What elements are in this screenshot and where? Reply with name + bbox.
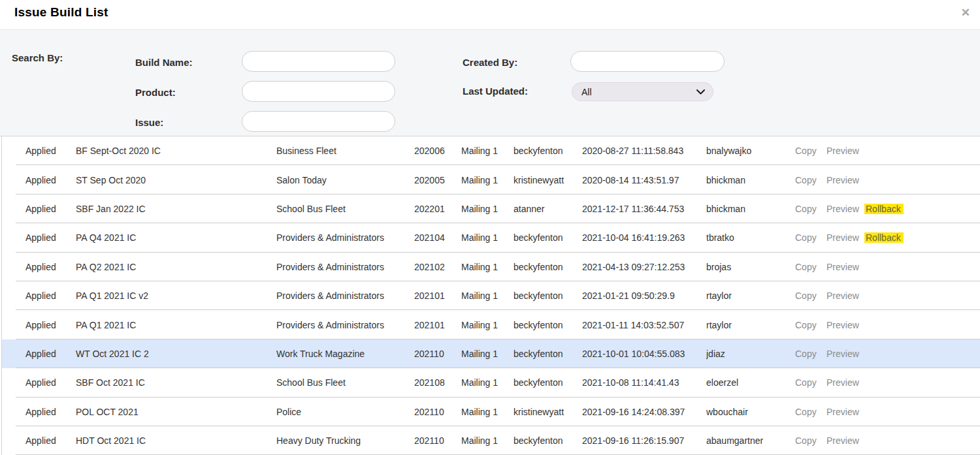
table-row[interactable]: Applied PA Q2 2021 IC Providers & Admini… (2, 253, 980, 281)
table-row[interactable]: Applied SBF Oct 2021 IC School Bus Fleet… (2, 368, 980, 397)
product-cell: Providers & Administrators (276, 232, 414, 243)
build-name-cell: PA Q1 2021 IC v2 (76, 290, 276, 301)
preview-action[interactable]: Preview (826, 262, 864, 272)
updated-by-cell: abaumgartner (706, 435, 795, 446)
created-by-cell: beckyfenton (514, 435, 582, 446)
preview-action[interactable]: Preview (826, 320, 864, 330)
copy-action[interactable]: Copy (795, 290, 826, 301)
created-by-cell: beckyfenton (514, 262, 582, 272)
preview-action[interactable]: Preview (826, 407, 864, 417)
last-updated-cell: 2021-01-11 14:03:52.507 (582, 320, 706, 330)
build-name-input[interactable] (242, 51, 395, 72)
table-row[interactable]: Applied BF Sept-Oct 2020 IC Business Fle… (2, 136, 980, 165)
created-by-cell: atanner (514, 204, 582, 214)
updated-by-cell: rtaylor (706, 290, 795, 301)
copy-action[interactable]: Copy (795, 204, 826, 214)
product-cell: School Bus Fleet (276, 377, 414, 388)
created-by-cell: kristinewyatt (514, 407, 582, 417)
copy-action[interactable]: Copy (795, 349, 826, 359)
product-cell: Heavy Duty Trucking (276, 435, 414, 446)
created-by-cell: beckyfenton (514, 290, 582, 301)
copy-action[interactable]: Copy (795, 320, 826, 330)
last-updated-label: Last Updated: (463, 86, 528, 97)
copy-action[interactable]: Copy (795, 377, 826, 388)
build-name-cell: SBF Oct 2021 IC (76, 377, 276, 388)
status-cell: Applied (2, 290, 76, 301)
product-cell: Business Fleet (276, 146, 414, 156)
copy-action[interactable]: Copy (795, 175, 826, 185)
build-name-cell: PA Q2 2021 IC (76, 262, 276, 272)
search-panel: Search By: Build Name: Product: Issue: C… (0, 30, 980, 136)
status-cell: Applied (2, 349, 76, 359)
table-row[interactable]: Applied SBF Jan 2022 IC School Bus Fleet… (2, 195, 980, 223)
issue-build-list-dialog: Issue Build List ✕ Search By: Build Name… (0, 0, 980, 455)
mailing-cell: Mailing 1 (461, 232, 514, 243)
last-updated-cell: 2020-08-27 11:11:58.843 (582, 146, 706, 156)
preview-action[interactable]: Preview (826, 377, 864, 388)
last-updated-select[interactable]: All (572, 82, 713, 101)
issue-cell: 202201 (414, 204, 461, 214)
status-cell: Applied (2, 320, 76, 330)
issue-cell: 202108 (414, 377, 461, 388)
issue-cell: 202110 (414, 407, 461, 417)
status-cell: Applied (2, 262, 76, 272)
last-updated-cell: 2021-10-04 16:41:19.263 (582, 232, 706, 243)
updated-by-cell: tbratko (706, 232, 795, 243)
updated-by-cell: bnalywajko (706, 146, 795, 156)
last-updated-cell: 2020-08-14 11:43:51.97 (582, 175, 706, 185)
status-cell: Applied (2, 435, 76, 446)
mailing-cell: Mailing 1 (461, 320, 514, 330)
mailing-cell: Mailing 1 (461, 204, 514, 214)
preview-action[interactable]: Preview (826, 175, 864, 185)
product-label: Product: (135, 87, 176, 98)
preview-action[interactable]: Preview (826, 232, 864, 243)
chevron-down-icon (696, 89, 705, 95)
created-by-cell: beckyfenton (514, 320, 582, 330)
updated-by-cell: brojas (706, 262, 795, 272)
table-row[interactable]: Applied PA Q4 2021 IC Providers & Admini… (2, 223, 980, 252)
preview-action[interactable]: Preview (826, 146, 864, 156)
issue-label: Issue: (135, 117, 163, 128)
mailing-cell: Mailing 1 (461, 435, 514, 446)
copy-action[interactable]: Copy (795, 435, 826, 446)
table-row[interactable]: Applied HDT Oct 2021 IC Heavy Duty Truck… (2, 426, 980, 455)
product-cell: Police (276, 407, 414, 417)
preview-action[interactable]: Preview (826, 204, 864, 214)
status-cell: Applied (2, 377, 76, 388)
created-by-cell: beckyfenton (514, 377, 582, 388)
close-icon[interactable]: ✕ (958, 5, 973, 21)
preview-action[interactable]: Preview (826, 290, 864, 301)
build-name-cell: ST Sep Oct 2020 (76, 175, 276, 185)
status-cell: Applied (2, 175, 76, 185)
created-by-input[interactable] (570, 51, 725, 72)
rollback-action[interactable]: Rollback (864, 232, 904, 243)
table-row[interactable]: Applied PA Q1 2021 IC v2 Providers & Adm… (2, 281, 980, 310)
last-updated-cell: 2021-09-16 11:26:15.907 (582, 435, 706, 446)
copy-action[interactable]: Copy (795, 407, 826, 417)
last-updated-cell: 2021-01-21 09:50:29.9 (582, 290, 706, 301)
dialog-header: Issue Build List ✕ (0, 0, 980, 30)
table-row[interactable]: Applied ST Sep Oct 2020 Salon Today 2020… (2, 165, 980, 194)
updated-by-cell: rtaylor (706, 320, 795, 330)
last-updated-selected-value: All (581, 87, 592, 97)
issue-cell: 202005 (414, 175, 461, 185)
preview-action[interactable]: Preview (826, 349, 864, 359)
updated-by-cell: eloerzel (706, 377, 795, 388)
mailing-cell: Mailing 1 (461, 407, 514, 417)
table-row[interactable]: Applied POL OCT 2021 Police 202110 Maili… (2, 398, 980, 426)
created-by-cell: beckyfenton (514, 349, 582, 359)
created-by-label: Created By: (463, 57, 517, 68)
issue-input[interactable] (242, 111, 395, 132)
updated-by-cell: jdiaz (706, 349, 795, 359)
mailing-cell: Mailing 1 (461, 262, 514, 272)
product-input[interactable] (242, 81, 395, 102)
copy-action[interactable]: Copy (795, 232, 826, 243)
table-row[interactable]: Applied PA Q1 2021 IC Providers & Admini… (2, 310, 980, 339)
preview-action[interactable]: Preview (826, 435, 864, 446)
updated-by-cell: bhickman (706, 204, 795, 214)
table-row[interactable]: Applied WT Oct 2021 IC 2 Work Truck Maga… (2, 339, 980, 368)
rollback-action[interactable]: Rollback (864, 204, 904, 214)
build-name-cell: BF Sept-Oct 2020 IC (76, 146, 276, 156)
copy-action[interactable]: Copy (795, 262, 826, 272)
copy-action[interactable]: Copy (795, 146, 826, 156)
